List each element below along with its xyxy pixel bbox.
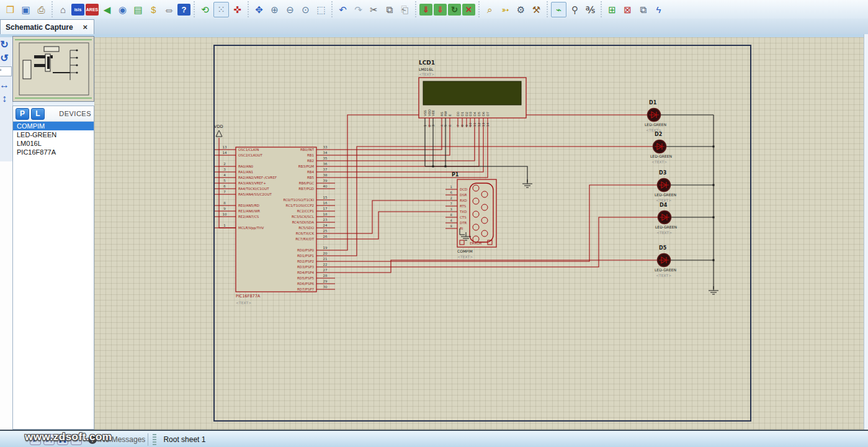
tab-title: Schematic Capture <box>6 23 73 32</box>
rotate-clockwise-icon[interactable]: ↻ <box>0 37 12 51</box>
block-delete-button[interactable]: ✕ <box>462 4 475 16</box>
led-ref-label: D3 <box>659 170 666 176</box>
serial-pin-number: 4 <box>450 219 452 222</box>
electrical-rule-check-button[interactable]: ϟ <box>651 2 666 17</box>
mcu-pin-name: RC6/TX/CK <box>296 232 315 235</box>
mcu-pin-number: 10 <box>223 212 227 216</box>
open-project-button[interactable]: ❒ <box>3 2 17 17</box>
block-copy-button[interactable]: ⇓ <box>419 4 432 16</box>
new-root-sheet-button[interactable]: ⊞ <box>605 2 619 17</box>
remove-sheet-button[interactable]: ⊠ <box>620 2 635 17</box>
rotation-angle-field[interactable]: 0° <box>0 66 12 76</box>
mcu-pin-name: RC1/T1OSI/CCP2 <box>286 204 314 207</box>
serial-pin-number: 8 <box>450 213 452 217</box>
serial-pin-name: DTR <box>460 221 467 225</box>
pick-devices-button[interactable]: P <box>16 108 29 120</box>
device-item-compim[interactable]: COMPIM <box>13 122 94 130</box>
redo-button[interactable]: ↷ <box>351 2 365 17</box>
help-button[interactable]: ? <box>177 4 190 16</box>
sheet-label: Root sheet 1 <box>158 435 430 444</box>
serial-part-label: COMPIM <box>457 249 473 253</box>
zoom-in-button[interactable]: ⊕ <box>267 2 282 17</box>
lcd-pin-name: D1 <box>460 112 464 116</box>
mcu-pin-name: RB0/INT <box>300 148 315 151</box>
wire-autorouter-button[interactable]: ⌁ <box>551 2 566 17</box>
serial-pin-name: RI <box>460 227 463 230</box>
mcu-pin-number: 19 <box>323 246 328 250</box>
lcd-pin-name: VSS <box>423 110 427 116</box>
goto-sheet-button[interactable]: ⧉ <box>636 2 650 17</box>
property-assignment-tool-button[interactable]: ℁ <box>583 2 597 17</box>
mcu-pin-number: 20 <box>323 251 328 255</box>
mcu-pin-name: RB4 <box>307 170 315 174</box>
measurement-ruler-button[interactable]: ⏛ <box>162 2 176 17</box>
copy-button[interactable]: ⧉ <box>382 2 396 17</box>
device-item-lm016l[interactable]: LM016L <box>13 139 94 148</box>
library-manager-button[interactable]: L <box>31 108 45 120</box>
preview-thumbnail <box>13 37 94 101</box>
mcu-pin-name: RD4/PSP4 <box>297 271 315 274</box>
undo-button[interactable]: ↶ <box>336 2 350 17</box>
block-move-button[interactable]: ⇓ <box>434 4 447 16</box>
junction-dot <box>713 184 715 186</box>
mcu-pin-number: 2 <box>223 162 226 166</box>
mcu-pin-name: RE0/AN5/RD <box>238 204 259 207</box>
db9-pin-hole <box>481 191 488 197</box>
origin-marker-button[interactable]: ✜ <box>230 2 244 17</box>
zoom-area-button[interactable]: ⬚ <box>314 2 328 17</box>
wire <box>335 127 488 178</box>
mirror-horizontal-icon[interactable]: ↔ <box>0 78 12 92</box>
home-page-button[interactable]: ⌂ <box>56 2 70 17</box>
toggle-grid-button[interactable]: ⁙ <box>213 2 229 17</box>
goto-component-button[interactable]: ➳ <box>498 2 512 17</box>
lcd-pin-number: 6 <box>448 125 452 127</box>
mcu-pin-name: RD7/PSP7 <box>297 287 315 291</box>
mcu-pin-name: RD2/PSP2 <box>297 260 314 263</box>
mcu-pin-number: 26 <box>323 235 328 238</box>
lcd-part-label: LM016L <box>419 67 434 71</box>
cut-button[interactable]: ✂ <box>367 2 381 17</box>
3d-visualizer-button[interactable]: ◀ <box>100 2 114 17</box>
design-explorer-button[interactable]: ▤ <box>131 2 145 17</box>
main-toolbar: ❒▣⎙⌂isisARES◀◉▤$⏛?⟲⁙✜✥⊕⊖⊙⬚↶↷✂⧉⎗⇓⇓↻✕⌕➳⚙⚒⌁… <box>0 0 868 19</box>
device-item-pic16f877a[interactable]: PIC16F877A <box>13 148 94 156</box>
redraw-display-button[interactable]: ⟲ <box>198 2 212 17</box>
schematic-preview[interactable] <box>12 36 94 102</box>
mcu-pin-name: RB1 <box>307 153 314 157</box>
wire <box>335 212 445 239</box>
search-and-tag-button[interactable]: ⚲ <box>568 2 582 17</box>
mcu-pin-number: 33 <box>323 145 328 149</box>
mcu-pin-name: RD5/PSP5 <box>297 276 315 280</box>
mirror-vertical-icon[interactable]: ↕ <box>0 92 12 106</box>
design-toolbox-button[interactable]: ⚒ <box>529 2 544 17</box>
import-project-button[interactable]: ⎙ <box>34 2 48 17</box>
zoom-extents-button[interactable]: ⊙ <box>298 2 313 17</box>
zoom-to-object-button[interactable]: ⌕ <box>483 2 497 17</box>
mcu-pin-name: RC4/SDI/SDA <box>292 220 315 224</box>
device-item-led-green[interactable]: LED-GREEN <box>13 130 94 139</box>
tab-bar: Schematic Capture × <box>0 19 868 35</box>
mcu-pin-number: 29 <box>323 279 328 283</box>
lcd-pin-number: 5 <box>444 125 447 127</box>
pan-center-button[interactable]: ✥ <box>252 2 266 17</box>
schematic-canvas[interactable]: VDD13OSC1/CLKIN14OSC2/CLKOUT2RA0/AN03RA1… <box>94 37 864 430</box>
serial-pin-number: 9 <box>450 224 452 228</box>
bill-of-materials-button[interactable]: $ <box>146 2 161 17</box>
mcu-pin-number: 37 <box>323 168 328 171</box>
gerber-viewer-button[interactable]: ◉ <box>115 2 130 17</box>
serial-error-label: ERROR <box>470 242 481 245</box>
mcu-pin-name: RD6/PSP6 <box>297 282 315 286</box>
close-icon[interactable]: × <box>81 22 89 32</box>
pcb-layout-button[interactable]: ARES <box>86 4 99 16</box>
tab-schematic-capture[interactable]: Schematic Capture × <box>0 19 94 34</box>
rotate-anticlockwise-icon[interactable]: ↺ <box>0 51 12 65</box>
mcu-pin-number: 4 <box>223 173 226 177</box>
zoom-out-button[interactable]: ⊖ <box>283 2 297 17</box>
block-rotate-button[interactable]: ↻ <box>448 4 461 16</box>
paste-button[interactable]: ⎗ <box>398 2 412 17</box>
mcu-pin-name: RA2/AN2/VREF-/CVREF <box>238 176 277 179</box>
save-project-button[interactable]: ▣ <box>19 2 33 17</box>
configure-power-rails-button[interactable]: ⚙ <box>514 2 528 17</box>
schematic-capture-button[interactable]: isis <box>71 4 84 16</box>
mcu-pin-name: RD0/PSP0 <box>297 248 315 252</box>
